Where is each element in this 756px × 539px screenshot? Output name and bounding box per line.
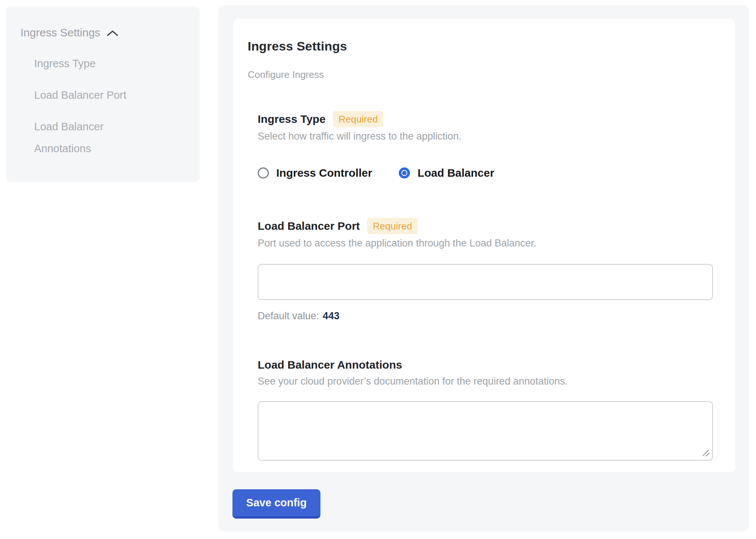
load-balancer-port-section: Load Balancer Port Required Port used to… <box>258 218 713 322</box>
ingress-settings-card: Ingress Settings Configure Ingress Ingre… <box>233 19 735 472</box>
load-balancer-port-description: Port used to access the application thro… <box>258 238 713 249</box>
radio-option-ingress-controller[interactable]: Ingress Controller <box>258 167 372 179</box>
default-value: 443 <box>323 310 339 321</box>
load-balancer-port-input[interactable] <box>258 264 713 300</box>
radio-label: Ingress Controller <box>276 167 372 179</box>
radio-icon[interactable] <box>258 167 269 179</box>
ingress-type-section: Ingress Type Required Select how traffic… <box>258 111 713 179</box>
page-subtitle: Configure Ingress <box>248 69 713 81</box>
ingress-type-heading: Ingress Type <box>258 112 326 127</box>
ingress-type-description: Select how traffic will ingress to the a… <box>258 131 713 142</box>
sidebar-item-ingress-type[interactable]: Ingress Type <box>34 53 146 75</box>
sidebar-item-list: Ingress Type Load Balancer Port Load Bal… <box>20 53 185 160</box>
default-value-label: Default value: <box>258 310 319 321</box>
settings-sidebar: Ingress Settings Ingress Type Load Balan… <box>6 6 200 182</box>
load-balancer-annotations-section: Load Balancer Annotations See your cloud… <box>258 357 713 461</box>
main-panel: Ingress Settings Configure Ingress Ingre… <box>218 5 749 532</box>
required-badge: Required <box>367 218 418 234</box>
radio-icon[interactable] <box>399 167 410 179</box>
sidebar-section-toggle[interactable]: Ingress Settings <box>20 27 185 39</box>
load-balancer-annotations-heading: Load Balancer Annotations <box>258 357 402 372</box>
required-badge: Required <box>333 111 384 127</box>
sidebar-item-load-balancer-port[interactable]: Load Balancer Port <box>34 84 146 106</box>
page-title: Ingress Settings <box>248 39 713 53</box>
load-balancer-annotations-textarea[interactable] <box>258 401 713 461</box>
sidebar-item-load-balancer-annotations[interactable]: Load Balancer Annotations <box>34 116 146 160</box>
radio-label: Load Balancer <box>417 167 494 179</box>
textarea-resize-handle[interactable] <box>701 448 710 457</box>
ingress-type-radio-group: Ingress Controller Load Balancer <box>258 167 713 179</box>
load-balancer-annotations-description: See your cloud provider’s documentation … <box>258 376 713 387</box>
load-balancer-port-heading: Load Balancer Port <box>258 219 360 233</box>
radio-option-load-balancer[interactable]: Load Balancer <box>399 167 494 179</box>
form-sections: Ingress Type Required Select how traffic… <box>258 111 713 461</box>
save-config-button[interactable]: Save config <box>232 489 320 519</box>
default-value-row: Default value:443 <box>258 310 713 322</box>
sidebar-section-label: Ingress Settings <box>20 27 100 39</box>
chevron-up-icon <box>106 29 119 37</box>
